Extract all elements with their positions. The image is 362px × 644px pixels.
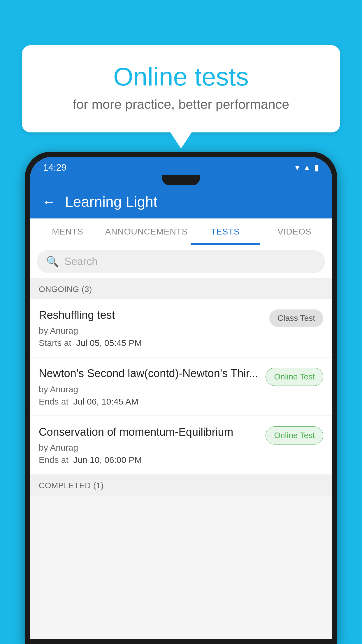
tabs-container: MENTS ANNOUNCEMENTS TESTS VIDEOS [30, 218, 332, 245]
status-icons: ▾ ▲ ▮ [295, 163, 319, 172]
test-author-1: by Anurag [39, 326, 263, 336]
notch [162, 175, 200, 185]
test-name-1: Reshuffling test [39, 308, 263, 322]
status-bar: 14:29 ▾ ▲ ▮ [30, 157, 332, 176]
test-name-2: Newton's Second law(contd)-Newton's Thir… [39, 366, 260, 381]
phone-screen: 14:29 ▾ ▲ ▮ ← Learning Light MENTS ANNOU… [30, 157, 332, 639]
ongoing-title: ONGOING (3) [39, 285, 323, 294]
test-badge-3: Online Test [266, 426, 323, 444]
tab-announcements[interactable]: ANNOUNCEMENTS [102, 218, 191, 245]
test-item-2[interactable]: Newton's Second law(contd)-Newton's Thir… [30, 358, 332, 415]
speech-bubble: Online tests for more practice, better p… [22, 45, 340, 132]
content-area: ONGOING (3) Reshuffling test by Anurag S… [30, 278, 332, 639]
test-name-3: Conservation of momentum-Equilibrium [39, 425, 260, 439]
phone-frame: 14:29 ▾ ▲ ▮ ← Learning Light MENTS ANNOU… [25, 152, 337, 644]
test-item-1[interactable]: Reshuffling test by Anurag Starts at Jul… [30, 299, 332, 357]
completed-section-header: COMPLETED (1) [30, 475, 332, 496]
bubble-subtitle: for more practice, better performance [42, 97, 320, 112]
search-bar[interactable]: 🔍 Search [37, 250, 325, 273]
status-time: 14:29 [43, 162, 66, 173]
test-author-3: by Anurag [39, 443, 260, 453]
tab-ments[interactable]: MENTS [33, 218, 102, 245]
test-author-2: by Anurag [39, 384, 260, 394]
search-icon: 🔍 [46, 256, 59, 267]
bubble-title: Online tests [42, 63, 320, 91]
signal-icon: ▲ [303, 163, 311, 172]
test-info-2: Newton's Second law(contd)-Newton's Thir… [39, 366, 260, 406]
tab-videos[interactable]: VIDEOS [260, 218, 329, 245]
back-button[interactable]: ← [42, 195, 56, 209]
battery-icon: ▮ [314, 163, 319, 172]
test-info-1: Reshuffling test by Anurag Starts at Jul… [39, 308, 263, 348]
test-item-3[interactable]: Conservation of momentum-Equilibrium by … [30, 416, 332, 474]
wifi-icon: ▾ [295, 163, 299, 172]
app-header: ← Learning Light [30, 185, 332, 218]
test-badge-1: Class Test [269, 309, 323, 327]
test-date-3: Ends at Jun 10, 06:00 PM [39, 455, 260, 465]
test-info-3: Conservation of momentum-Equilibrium by … [39, 425, 260, 465]
app-title: Learning Light [65, 193, 157, 210]
test-date-1: Starts at Jul 05, 05:45 PM [39, 338, 263, 348]
completed-title: COMPLETED (1) [39, 481, 323, 490]
search-placeholder: Search [64, 256, 98, 268]
test-date-2: Ends at Jul 06, 10:45 AM [39, 397, 260, 407]
test-badge-2: Online Test [266, 368, 323, 386]
ongoing-section-header: ONGOING (3) [30, 278, 332, 299]
search-container: 🔍 Search [30, 245, 332, 278]
tab-tests[interactable]: TESTS [191, 218, 260, 245]
notch-area [30, 175, 332, 185]
